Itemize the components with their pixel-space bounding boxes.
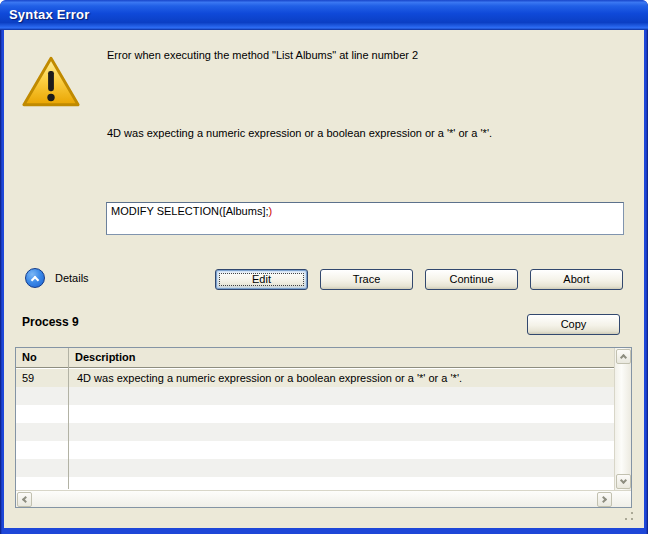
table-rows: 59 4D was expecting a numeric expression… <box>16 369 614 490</box>
dialog-client-area: Error when executing the method "List Al… <box>4 30 644 528</box>
page-title: Syntax Error <box>9 7 89 22</box>
error-code-box[interactable]: MODIFY SELECTION([Albums];) <box>106 202 624 235</box>
empty-row <box>16 441 614 459</box>
column-header-no: No <box>22 351 37 363</box>
error-message-line2: 4D was expecting a numeric expression or… <box>107 127 632 140</box>
code-error-char: ) <box>269 205 273 217</box>
horizontal-scrollbar[interactable] <box>16 490 631 507</box>
error-number-cell: 59 <box>22 372 34 384</box>
syntax-error-window: Syntax Error Error when executing the me… <box>0 0 648 534</box>
empty-row <box>16 477 614 490</box>
error-message-line1: Error when executing the method "List Al… <box>107 49 632 62</box>
empty-row <box>16 405 614 423</box>
process-label: Process 9 <box>22 315 79 329</box>
details-label: Details <box>55 272 89 284</box>
warning-triangle-icon <box>20 54 82 111</box>
title-bar[interactable]: Syntax Error <box>0 0 648 30</box>
trace-button[interactable]: Trace <box>320 269 413 290</box>
empty-row <box>16 459 614 477</box>
code-text: MODIFY SELECTION([Albums]; <box>111 205 269 217</box>
copy-button[interactable]: Copy <box>527 314 620 335</box>
error-list-table[interactable]: No Description 59 4D was expecting a num… <box>15 347 632 508</box>
chevron-right-icon <box>600 496 607 503</box>
resize-grip[interactable] <box>625 512 635 522</box>
scroll-left-button[interactable] <box>17 492 32 507</box>
column-separator <box>68 348 69 489</box>
abort-button[interactable]: Abort <box>530 269 623 290</box>
vertical-scrollbar[interactable] <box>614 348 631 490</box>
error-description-cell: 4D was expecting a numeric expression or… <box>77 372 462 384</box>
table-header: No Description <box>16 348 614 368</box>
chevron-up-icon <box>620 354 627 361</box>
continue-button[interactable]: Continue <box>425 269 518 290</box>
table-row[interactable]: 59 4D was expecting a numeric expression… <box>16 369 614 387</box>
scroll-up-button[interactable] <box>616 349 631 364</box>
chevron-up-circle-icon <box>25 268 45 288</box>
edit-button[interactable]: Edit <box>215 269 308 290</box>
chevron-down-icon <box>620 477 627 484</box>
chevron-left-icon <box>22 496 29 503</box>
scroll-right-button[interactable] <box>597 492 612 507</box>
column-header-description: Description <box>75 351 136 363</box>
empty-row <box>16 423 614 441</box>
scroll-down-button[interactable] <box>616 474 631 489</box>
empty-row <box>16 387 614 405</box>
